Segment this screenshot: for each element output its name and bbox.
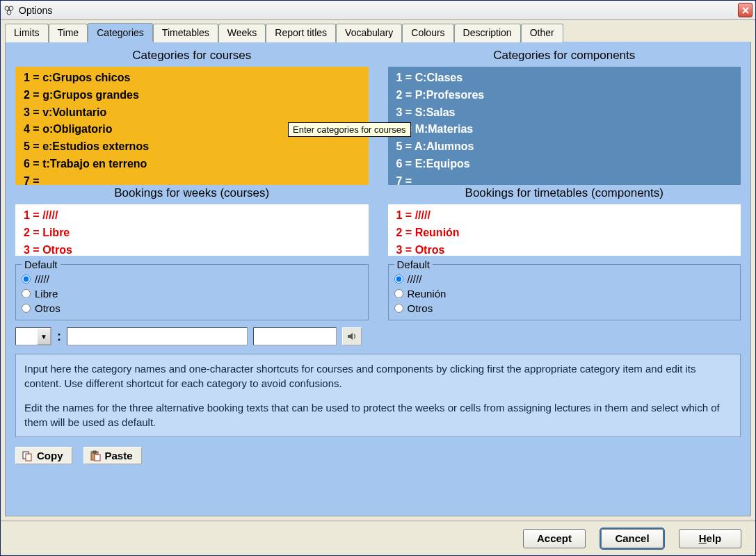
components-category-item[interactable]: 6 = E:Equipos: [396, 156, 733, 173]
help-paragraph-2: Edit the names for the three alternative…: [24, 400, 732, 430]
copy-icon: [22, 450, 33, 461]
bookings-courses-list[interactable]: 1 = /////2 = Libre3 = Otros: [15, 204, 369, 256]
default-courses-radio[interactable]: [22, 289, 31, 298]
default-courses-legend: Default: [22, 259, 61, 270]
components-category-item[interactable]: 5 = A:Alumnos: [396, 138, 733, 156]
default-courses-radio[interactable]: [22, 304, 31, 313]
categories-row: Categories for courses 1 = c:Grupos chic…: [15, 49, 741, 185]
bookings-components-column: Bookings for timetables (components) 1 =…: [388, 186, 741, 320]
components-category-item[interactable]: 2 = P:Profesores: [396, 87, 733, 104]
courses-category-item[interactable]: 2 = g:Grupos grandes: [24, 87, 360, 104]
sound-button[interactable]: [342, 327, 362, 345]
default-courses-option: /////: [22, 272, 362, 286]
default-components-label: /////: [408, 272, 422, 286]
separator-colon: :: [57, 329, 61, 344]
svg-rect-6: [93, 451, 96, 453]
copy-label: Copy: [37, 450, 63, 461]
tab-vocabulary[interactable]: Vocabulary: [336, 24, 402, 42]
courses-column: Categories for courses 1 = c:Grupos chic…: [15, 49, 369, 185]
close-button[interactable]: [738, 3, 753, 17]
components-category-item[interactable]: 4 = M:Materias: [396, 121, 733, 138]
bookings-courses-item[interactable]: 3 = Otros: [24, 242, 360, 256]
bookings-row: Bookings for weeks (courses) 1 = /////2 …: [15, 186, 741, 320]
tab-categories[interactable]: Categories: [88, 23, 153, 42]
speaker-icon: [346, 331, 357, 342]
tab-limits[interactable]: Limits: [5, 24, 49, 42]
paste-label: Paste: [105, 450, 133, 461]
copy-button[interactable]: Copy: [15, 447, 72, 464]
courses-category-item[interactable]: 7 =: [24, 173, 360, 185]
category-number-combo[interactable]: ▼: [15, 327, 51, 345]
default-courses-option: Otros: [22, 301, 362, 316]
components-column: Categories for components 1 = C:Clases2 …: [388, 49, 741, 185]
default-components-label: Otros: [408, 301, 433, 316]
components-category-item[interactable]: 3 = S:Salas: [396, 104, 733, 122]
svg-rect-7: [95, 455, 100, 461]
default-components-radio[interactable]: [394, 275, 403, 284]
default-courses-label: /////: [35, 272, 49, 286]
dialog-footer: Accept Cancel Help: [1, 521, 755, 555]
courses-categories-title: Categories for courses: [15, 49, 369, 63]
category-number-input[interactable]: [16, 328, 37, 345]
bookings-components-title: Bookings for timetables (components): [388, 186, 741, 200]
tooltip: Enter categories for courses: [288, 122, 411, 137]
window-title: Options: [19, 5, 52, 16]
default-components-label: Reunión: [408, 286, 447, 301]
courses-category-item[interactable]: 3 = v:Voluntario: [24, 104, 360, 122]
bookings-components-item[interactable]: 2 = Reunión: [396, 224, 733, 242]
options-window: Options LimitsTimeCategoriesTimetablesWe…: [0, 0, 756, 556]
help-button[interactable]: Help: [679, 529, 741, 548]
category-shortcut-input[interactable]: [253, 327, 337, 345]
bookings-courses-column: Bookings for weeks (courses) 1 = /////2 …: [15, 186, 369, 320]
tab-time[interactable]: Time: [49, 24, 88, 42]
default-courses-label: Otros: [35, 301, 61, 316]
copy-paste-row: Copy Paste: [15, 447, 741, 464]
tab-bar: LimitsTimeCategoriesTimetablesWeeksRepor…: [1, 20, 755, 42]
tab-report-titles[interactable]: Report titles: [266, 24, 336, 42]
bookings-courses-title: Bookings for weeks (courses): [15, 186, 369, 200]
cancel-button[interactable]: Cancel: [601, 529, 663, 548]
default-components-option: /////: [394, 272, 735, 286]
combo-dropdown-button[interactable]: ▼: [37, 328, 51, 345]
bookings-components-item[interactable]: 1 = /////: [396, 207, 733, 224]
courses-category-item[interactable]: 1 = c:Grupos chicos: [24, 70, 360, 87]
components-categories-title: Categories for components: [388, 49, 741, 63]
default-courses-label: Libre: [35, 286, 58, 301]
default-courses-radio[interactable]: [22, 275, 31, 284]
svg-point-1: [9, 6, 13, 10]
default-courses-group: Default /////LibreOtros: [15, 259, 369, 320]
svg-point-2: [7, 10, 11, 15]
paste-button[interactable]: Paste: [83, 447, 142, 464]
default-components-option: Otros: [394, 301, 735, 316]
titlebar: Options: [1, 1, 755, 20]
default-components-legend: Default: [394, 259, 433, 270]
bookings-components-list[interactable]: 1 = /////2 = Reunión3 = Otros: [388, 204, 741, 256]
components-category-item[interactable]: 1 = C:Clases: [396, 70, 733, 87]
bookings-courses-item[interactable]: 2 = Libre: [24, 224, 360, 242]
help-text-panel: Input here the category names and one-ch…: [15, 354, 741, 437]
tab-weeks[interactable]: Weeks: [218, 24, 266, 42]
svg-point-0: [5, 6, 9, 10]
components-categories-list[interactable]: 1 = C:Clases2 = P:Profesores3 = S:Salas4…: [388, 67, 741, 185]
tab-colours[interactable]: Colours: [402, 24, 453, 42]
tab-other[interactable]: Other: [521, 24, 563, 42]
default-components-radio[interactable]: [394, 289, 403, 298]
category-edit-row: ▼ :: [15, 327, 741, 345]
courses-category-item[interactable]: 6 = t:Trabajo en terreno: [24, 156, 360, 173]
courses-category-item[interactable]: 5 = e:Estudios externos: [24, 138, 360, 156]
paste-icon: [90, 450, 101, 461]
components-category-item[interactable]: 7 =: [396, 173, 733, 185]
tab-timetables[interactable]: Timetables: [153, 24, 218, 42]
tab-description[interactable]: Description: [454, 24, 521, 42]
close-icon: [742, 7, 749, 14]
accept-button[interactable]: Accept: [523, 529, 586, 548]
svg-rect-4: [26, 454, 31, 461]
default-components-option: Reunión: [394, 286, 735, 301]
default-courses-option: Libre: [22, 286, 362, 301]
bookings-courses-item[interactable]: 1 = /////: [24, 207, 360, 224]
tab-content: Categories for courses 1 = c:Grupos chic…: [5, 42, 751, 516]
default-components-radio[interactable]: [394, 304, 403, 313]
category-name-input[interactable]: [67, 327, 248, 345]
app-icon: [3, 5, 15, 16]
bookings-components-item[interactable]: 3 = Otros: [396, 242, 733, 256]
